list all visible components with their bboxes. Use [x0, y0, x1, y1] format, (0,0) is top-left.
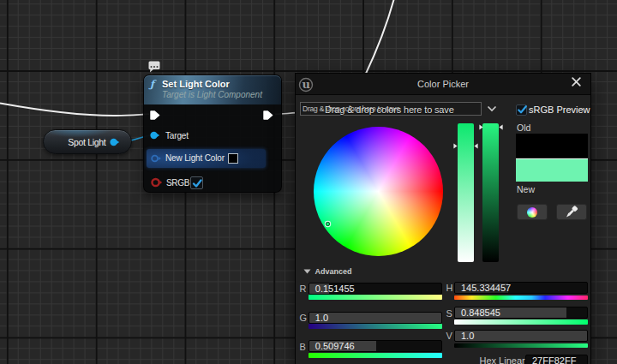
srgb-preview-checkbox[interactable] — [516, 104, 527, 116]
new-color-label: New — [517, 184, 535, 194]
green-value-fill — [309, 313, 441, 323]
old-color-label: Old — [517, 122, 530, 133]
srgb-preview-label: sRGB Preview — [529, 100, 590, 119]
dialog-titlebar[interactable]: u Color Picker — [296, 74, 590, 95]
node-subtitle: Target is Light Component — [162, 90, 262, 99]
exec-output-pin[interactable] — [263, 110, 273, 120]
saturation-slider-handle-left[interactable] — [453, 143, 458, 149]
srgb-checkmark-icon — [191, 177, 204, 190]
saturation-slider-label: S — [446, 308, 452, 319]
red-value-box[interactable]: 0.151455 — [308, 283, 442, 295]
value-value-box[interactable]: 1.0 — [454, 330, 588, 342]
eyedropper-icon — [565, 206, 578, 218]
srgb-pin[interactable] — [151, 177, 163, 188]
value-slider[interactable] — [482, 123, 499, 262]
blue-value: 0.509746 — [315, 341, 355, 351]
new-light-color-pin-row[interactable]: New Light Color — [151, 153, 225, 163]
saturation-value-box[interactable]: 0.848545 — [454, 307, 588, 319]
spot-light-label: Spot Light — [68, 137, 105, 147]
color-themes-button[interactable] — [517, 204, 548, 220]
set-light-color-node[interactable]: ƒ Set Light Color Target is Light Compon… — [143, 75, 282, 193]
hue-gradient-strip[interactable] — [454, 295, 588, 301]
value-value: 1.0 — [461, 331, 474, 341]
exec-input-pin[interactable] — [150, 110, 160, 120]
red-slider-label: R — [300, 283, 307, 294]
srgb-checkbox[interactable] — [190, 176, 203, 189]
dialog-title: Color Picker — [296, 74, 590, 95]
spot-light-variable-node[interactable]: Spot Light — [43, 129, 132, 154]
blueprint-editor-canvas[interactable]: Spot Light ƒ Set Light Color Target is L… — [0, 0, 617, 364]
comment-bubble-icon[interactable] — [148, 61, 162, 74]
srgb-pin-label: SRGB — [166, 178, 189, 188]
exec-wire-top — [365, 0, 394, 75]
advanced-label: Advanced — [315, 267, 352, 276]
close-icon[interactable] — [572, 77, 581, 87]
color-picker-dialog[interactable]: u Color Picker Drag & drop colors here t… — [295, 73, 591, 364]
spot-light-output-pin[interactable] — [110, 138, 121, 146]
saturation-gradient-strip[interactable] — [454, 319, 588, 325]
red-value: 0.151455 — [315, 283, 355, 294]
value-slider-handle-left[interactable] — [479, 124, 483, 130]
blue-value-box[interactable]: 0.509746 — [308, 340, 442, 352]
target-pin[interactable] — [150, 131, 161, 140]
saturation-slider-handle-right[interactable] — [474, 143, 478, 149]
chevron-down-icon[interactable] — [487, 105, 497, 112]
value-slider-label: V — [446, 331, 452, 341]
hue-slider-label: H — [446, 283, 453, 293]
blue-gradient-strip[interactable] — [308, 353, 442, 358]
advanced-section-toggle[interactable]: Advanced — [303, 267, 352, 276]
function-icon: ƒ — [150, 78, 154, 90]
node-header[interactable]: ƒ Set Light Color Target is Light Compon… — [144, 75, 281, 104]
hue-value: 145.334457 — [461, 283, 511, 293]
exec-wire-in — [0, 104, 149, 116]
old-color-swatch — [516, 134, 589, 158]
color-wheel-selector[interactable] — [326, 222, 330, 226]
node-title: Set Light Color — [162, 79, 230, 89]
saturation-value: 0.848545 — [461, 307, 500, 318]
theme-bar-tooltip: Drag & drop colors here to save — [325, 103, 454, 116]
srgb-preview-checkmark-icon — [517, 104, 528, 116]
target-pin-label: Target — [165, 131, 189, 140]
new-light-color-pin[interactable] — [151, 154, 162, 163]
new-light-color-swatch[interactable] — [228, 153, 238, 164]
eyedropper-button[interactable] — [556, 204, 587, 220]
new-light-color-pin-label: New Light Color — [165, 153, 225, 163]
value-slider-handle-right[interactable] — [499, 124, 503, 130]
blue-slider-label: B — [300, 342, 306, 352]
hex-linear-input[interactable]: 27FF82FF — [525, 355, 588, 364]
green-slider-label: G — [300, 313, 308, 323]
saturation-slider[interactable] — [458, 123, 474, 262]
green-value-box[interactable]: 1.0 — [308, 312, 442, 324]
red-gradient-strip[interactable] — [308, 295, 442, 300]
hex-linear-label: Hex Linear — [480, 355, 525, 364]
hex-linear-value: 27FF82FF — [532, 355, 576, 364]
hue-value-box[interactable]: 145.334457 — [454, 282, 588, 294]
value-gradient-strip[interactable] — [454, 343, 588, 349]
advanced-expander-icon — [303, 269, 311, 274]
value-value-fill — [455, 331, 587, 341]
color-themes-icon — [527, 207, 537, 218]
green-gradient-strip[interactable] — [308, 324, 442, 329]
new-color-swatch — [516, 158, 589, 182]
color-wheel[interactable] — [314, 127, 443, 256]
target-pin-row[interactable]: Target — [150, 131, 189, 140]
green-value: 1.0 — [315, 313, 328, 323]
srgb-pin-row[interactable]: SRGB — [151, 177, 189, 188]
